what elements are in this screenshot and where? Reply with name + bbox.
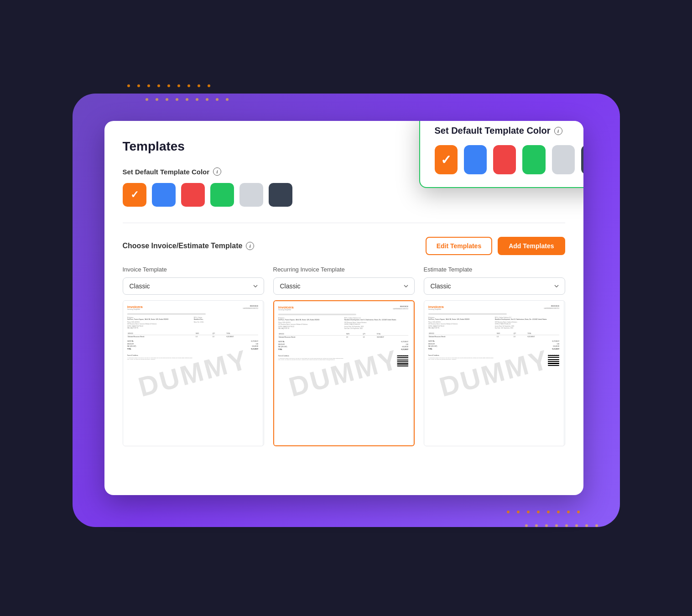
popup-title: Set Default Template Color i bbox=[435, 125, 583, 136]
dots-bottom-right bbox=[507, 511, 583, 513]
popup-swatches bbox=[435, 145, 583, 174]
qr-code-3 bbox=[548, 355, 559, 366]
recurring-template-col: Recurring Invoice Template Classic Moder… bbox=[273, 266, 415, 446]
inv-logo-2: invoicera bbox=[278, 305, 293, 309]
swatch-gray[interactable] bbox=[239, 183, 263, 207]
popup-swatch-orange[interactable] bbox=[435, 145, 458, 174]
swatch-red[interactable] bbox=[181, 183, 205, 207]
swatch-blue[interactable] bbox=[152, 183, 176, 207]
add-templates-button[interactable]: Add Templates bbox=[498, 237, 565, 255]
dots-top-left-2 bbox=[146, 98, 232, 101]
popup-swatch-dark[interactable] bbox=[581, 145, 583, 174]
popup-swatch-gray[interactable] bbox=[552, 145, 575, 174]
invoice-template-select[interactable]: Classic Modern Simple bbox=[123, 277, 264, 295]
inv-logo-3: invoicera bbox=[428, 305, 443, 309]
edit-templates-button[interactable]: Edit Templates bbox=[426, 237, 493, 255]
dots-top-left bbox=[127, 84, 214, 87]
popup-swatch-blue[interactable] bbox=[464, 145, 487, 174]
color-info-icon[interactable]: i bbox=[213, 167, 221, 176]
inv-logo-1: invoicera bbox=[127, 305, 142, 309]
estimate-template-label: Estimate Template bbox=[424, 266, 565, 273]
recurring-template-label: Recurring Invoice Template bbox=[273, 266, 415, 273]
estimate-template-col: Estimate Template Classic Modern Simple … bbox=[424, 266, 565, 446]
main-card: Set Default Template Color i Templates S… bbox=[104, 121, 583, 495]
estimate-template-select[interactable]: Classic Modern Simple bbox=[424, 277, 565, 295]
popup-swatch-red[interactable] bbox=[493, 145, 516, 174]
invoice-template-col: Invoice Template Classic Modern Simple i… bbox=[123, 266, 264, 446]
swatch-dark[interactable] bbox=[269, 183, 292, 207]
invoice-thumb-2: invoicera Invoicing Simplified INVOICE##… bbox=[273, 300, 415, 446]
template-section-title: Choose Invoice/Estimate Template i bbox=[123, 242, 255, 250]
outer-wrapper: Set Default Template Color i Templates S… bbox=[50, 57, 643, 559]
popup-info-icon[interactable]: i bbox=[554, 127, 562, 135]
swatch-orange[interactable] bbox=[123, 183, 146, 207]
template-section-header: Choose Invoice/Estimate Template i Edit … bbox=[123, 237, 565, 255]
button-group: Edit Templates Add Templates bbox=[426, 237, 565, 255]
template-info-icon[interactable]: i bbox=[246, 242, 254, 250]
dots-bottom-right-2 bbox=[525, 524, 602, 527]
invoice-thumb-3: invoicera Invoicing Simplified INVOICE##… bbox=[424, 300, 565, 446]
color-popup: Set Default Template Color i bbox=[419, 121, 583, 188]
invoice-thumb-1: invoicera Invoicing Simplified INVOICE##… bbox=[123, 300, 264, 446]
swatch-green[interactable] bbox=[210, 183, 234, 207]
invoice-template-label: Invoice Template bbox=[123, 266, 264, 273]
divider bbox=[123, 223, 565, 223]
template-columns: Invoice Template Classic Modern Simple i… bbox=[123, 266, 565, 446]
recurring-template-select[interactable]: Classic Modern Simple bbox=[273, 277, 415, 295]
popup-swatch-green[interactable] bbox=[522, 145, 545, 174]
qr-code-2 bbox=[397, 355, 408, 366]
